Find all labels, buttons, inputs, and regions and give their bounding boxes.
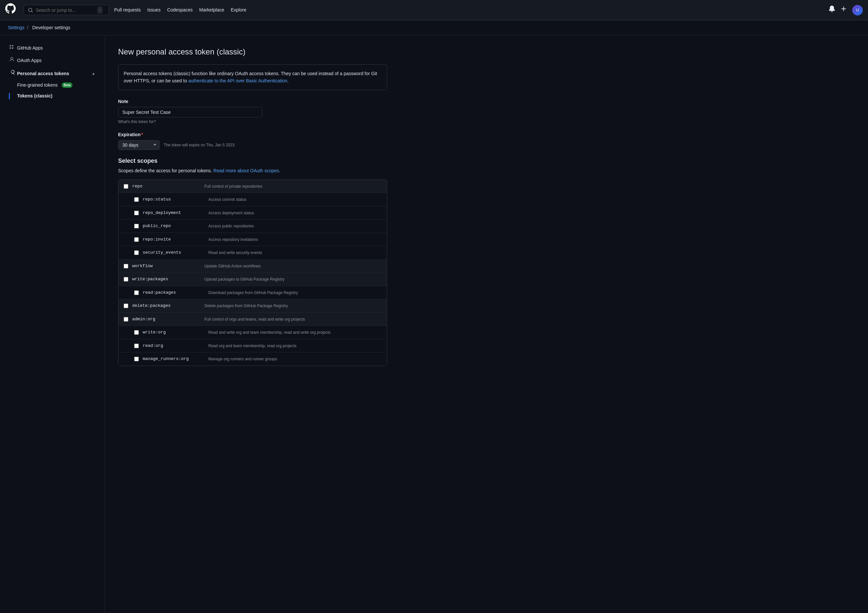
top-navigation: / Pull requests Issues Codespaces Market…	[0, 0, 868, 20]
scope-row-repo-status: repo:status Access commit status	[118, 193, 387, 206]
description-box: Personal access tokens (classic) functio…	[118, 64, 387, 90]
scope-checkbox-repo[interactable]	[124, 184, 128, 189]
scope-desc-public-repo: Access public repositories	[208, 223, 381, 229]
scope-row-admin-org: admin:org Full control of orgs and teams…	[118, 313, 387, 326]
scopes-read-more-link[interactable]: Read more about OAuth scopes	[213, 168, 279, 173]
scope-row-read-packages: read:packages Download packages from Git…	[118, 286, 387, 300]
scope-checkbox-admin-org[interactable]	[124, 317, 128, 321]
sidebar-tokens-classic-label: Tokens (classic)	[17, 93, 53, 99]
sidebar: GitHub Apps OAuth Apps Personal access	[0, 36, 105, 613]
avatar[interactable]: U	[852, 5, 863, 16]
scope-name-workflow: workflow	[132, 263, 205, 269]
scope-row-delete-packages: delete:packages Delete packages from Git…	[118, 299, 387, 313]
scope-desc-delete-packages: Delete packages from GitHub Package Regi…	[205, 303, 381, 309]
scope-name-repo-deployment: repo_deployment	[143, 210, 208, 216]
nav-links: Pull requests Issues Codespaces Marketpl…	[114, 6, 823, 14]
sidebar-item-oauth-apps[interactable]: OAuth Apps	[5, 54, 99, 66]
nav-codespaces[interactable]: Codespaces	[167, 6, 192, 14]
expiration-form-group: Expiration* 7 days 30 days 60 days 90 da…	[118, 131, 387, 150]
scope-row-repo-deployment: repo_deployment Access deployment status	[118, 206, 387, 220]
sidebar-item-oauth-apps-label: OAuth Apps	[17, 57, 42, 64]
search-icon	[28, 8, 33, 13]
main-content: New personal access token (classic) Pers…	[105, 36, 400, 613]
nav-issues[interactable]: Issues	[147, 6, 160, 14]
scope-name-admin-org: admin:org	[132, 316, 205, 323]
scope-desc-manage-runners-org: Manage org runners and runner groups	[208, 356, 381, 362]
scope-name-repo: repo	[132, 183, 205, 190]
scope-desc-repo-deployment: Access deployment status	[208, 210, 381, 216]
breadcrumb-current: Developer settings	[32, 25, 70, 30]
sidebar-section-tokens: Personal access tokens ▲ Fine-grained to…	[5, 68, 99, 101]
note-sublabel: What's this token for?	[118, 119, 387, 125]
scope-desc-repo-status: Access commit status	[208, 197, 381, 202]
chevron-up-icon: ▲	[91, 71, 96, 76]
scopes-section: Select scopes Scopes define the access f…	[118, 157, 387, 366]
expiration-row: 7 days 30 days 60 days 90 days Custom No…	[118, 140, 387, 150]
sidebar-section-apps: GitHub Apps OAuth Apps	[5, 42, 99, 66]
scopes-desc-text: Scopes define the access for personal to…	[118, 168, 212, 173]
scope-name-security-events: security_events	[143, 250, 208, 256]
scope-row-write-org: write:org Read and write org and team me…	[118, 326, 387, 339]
breadcrumb-settings[interactable]: Settings	[8, 25, 25, 30]
sidebar-personal-access-tokens-label: Personal access tokens	[17, 70, 69, 77]
scope-checkbox-security-events[interactable]	[134, 250, 139, 255]
scope-desc-repo: Full control of private repositories	[205, 183, 381, 189]
scope-checkbox-read-org[interactable]	[134, 344, 139, 348]
person-icon	[9, 56, 14, 64]
scopes-link-suffix: .	[279, 168, 280, 173]
scope-desc-write-org: Read and write org and team membership, …	[208, 329, 381, 335]
scope-desc-workflow: Update GitHub Action workflows	[205, 263, 381, 269]
scope-row-read-org: read:org Read org and team membership, r…	[118, 339, 387, 353]
scope-checkbox-read-packages[interactable]	[134, 290, 139, 295]
search-input[interactable]	[36, 8, 95, 13]
scope-name-repo-invite: repo:invite	[143, 236, 208, 243]
nav-marketplace[interactable]: Marketplace	[199, 6, 224, 14]
scopes-table: repo Full control of private repositorie…	[118, 180, 387, 366]
nav-pull-requests[interactable]: Pull requests	[114, 6, 141, 14]
scope-name-delete-packages: delete:packages	[132, 303, 205, 309]
notifications-icon[interactable]	[829, 6, 835, 15]
github-logo[interactable]	[5, 3, 16, 17]
note-form-group: Note What's this token for?	[118, 98, 387, 125]
sidebar-item-tokens-classic[interactable]: Tokens (classic)	[13, 91, 99, 101]
topnav-right: U	[829, 5, 863, 16]
description-link[interactable]: authenticate to the API over Basic Authe…	[188, 78, 287, 83]
scopes-title: Select scopes	[118, 157, 387, 165]
note-input[interactable]	[118, 107, 262, 118]
search-bar[interactable]: /	[23, 5, 109, 15]
scope-name-repo-status: repo:status	[143, 196, 208, 203]
note-label: Note	[118, 98, 387, 105]
scope-checkbox-write-org[interactable]	[134, 330, 139, 335]
scope-checkbox-repo-invite[interactable]	[134, 237, 139, 242]
sidebar-token-children: Fine-grained tokens Beta Tokens (classic…	[13, 80, 99, 101]
scope-name-write-org: write:org	[143, 329, 208, 336]
sidebar-fine-grained-label: Fine-grained tokens	[17, 82, 58, 88]
plus-icon[interactable]	[840, 6, 847, 15]
nav-explore[interactable]: Explore	[231, 6, 246, 14]
sidebar-item-fine-grained[interactable]: Fine-grained tokens Beta	[13, 80, 99, 90]
scope-name-write-packages: write:packages	[132, 276, 205, 282]
beta-badge: Beta	[62, 82, 73, 88]
sidebar-item-github-apps[interactable]: GitHub Apps	[5, 42, 99, 54]
sidebar-item-github-apps-label: GitHub Apps	[17, 45, 43, 51]
scope-row-repo: repo Full control of private repositorie…	[118, 180, 387, 193]
scope-desc-admin-org: Full control of orgs and teams, read and…	[205, 317, 381, 322]
scope-checkbox-delete-packages[interactable]	[124, 304, 128, 308]
scope-checkbox-manage-runners-org[interactable]	[134, 357, 139, 361]
expiration-select[interactable]: 7 days 30 days 60 days 90 days Custom No…	[118, 140, 160, 150]
scope-desc-repo-invite: Access repository invitations	[208, 237, 381, 242]
scope-checkbox-public-repo[interactable]	[134, 224, 139, 228]
breadcrumb-separator: /	[27, 25, 28, 30]
scope-checkbox-repo-deployment[interactable]	[134, 211, 139, 215]
scope-checkbox-repo-status[interactable]	[134, 197, 139, 202]
scope-row-manage-runners-org: manage_runners:org Manage org runners an…	[118, 352, 387, 366]
breadcrumb: Settings / Developer settings	[0, 20, 868, 36]
sidebar-personal-access-tokens[interactable]: Personal access tokens ▲	[5, 68, 99, 79]
scope-checkbox-workflow[interactable]	[124, 264, 128, 268]
scope-desc-write-packages: Upload packages to GitHub Package Regist…	[205, 276, 381, 282]
scopes-description: Scopes define the access for personal to…	[118, 168, 387, 174]
page-layout: GitHub Apps OAuth Apps Personal access	[0, 36, 868, 613]
required-star: *	[141, 132, 143, 137]
scope-checkbox-write-packages[interactable]	[124, 277, 128, 282]
scope-row-repo-invite: repo:invite Access repository invitation…	[118, 233, 387, 247]
